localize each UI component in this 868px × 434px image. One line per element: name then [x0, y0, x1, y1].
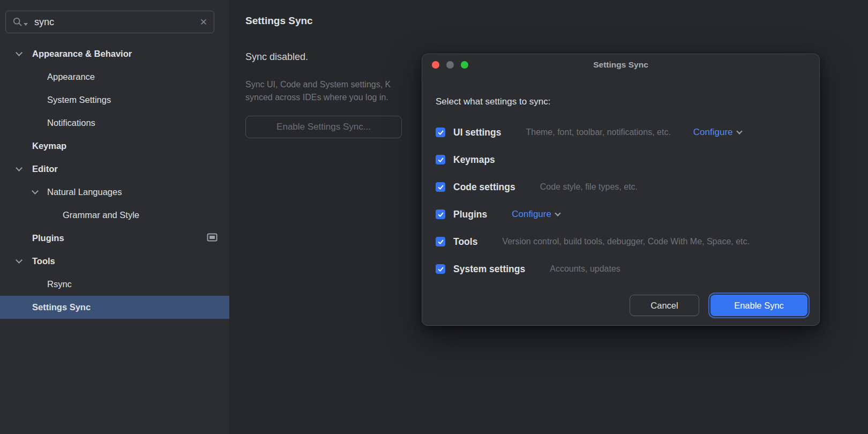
sidebar-item-system-settings[interactable]: System Settings [0, 88, 229, 111]
dialog-button-bar: Cancel Enable Sync [630, 295, 807, 316]
sidebar-item-grammar-and-style[interactable]: Grammar and Style [0, 204, 229, 227]
settings-sync-dialog: Settings Sync Select what settings to sy… [422, 54, 820, 326]
sidebar-item-label: Editor [32, 164, 58, 174]
cancel-button[interactable]: Cancel [630, 295, 699, 316]
chevron-down-icon[interactable] [16, 164, 23, 171]
chevron-down-icon[interactable] [32, 188, 39, 194]
checkbox-checked[interactable] [436, 128, 445, 137]
sync-option-system-settings: System settings Accounts, updates [436, 261, 810, 276]
search-input[interactable] [34, 17, 200, 28]
configure-link-label: Configure [693, 127, 733, 138]
sidebar-item-editor[interactable]: Editor [0, 158, 229, 181]
sync-options-list: UI settings Theme, font, toolbar, notifi… [436, 125, 810, 289]
chevron-down-icon[interactable] [16, 257, 23, 264]
checkbox-checked[interactable] [436, 237, 445, 246]
sidebar-item-label: Appearance [47, 72, 95, 82]
sidebar-item-natural-languages[interactable]: Natural Languages [0, 181, 229, 204]
page-title: Settings Sync [245, 15, 313, 27]
close-window-button[interactable] [432, 61, 439, 69]
settings-sidebar: ✕ Appearance & Behavior Appearance Syste… [0, 0, 230, 434]
zoom-window-button[interactable] [461, 61, 468, 69]
search-icon[interactable] [12, 17, 28, 27]
enable-settings-sync-button[interactable]: Enable Settings Sync... [245, 116, 402, 138]
option-description: Version control, build tools, debugger, … [502, 237, 750, 246]
sidebar-item-label: System Settings [47, 95, 111, 105]
clear-search-icon[interactable]: ✕ [200, 18, 207, 27]
chevron-down-icon [736, 128, 742, 134]
sidebar-item-appearance[interactable]: Appearance [0, 65, 229, 88]
option-description: Accounts, updates [550, 264, 620, 274]
sync-status-text: Sync disabled. [245, 51, 308, 63]
sidebar-item-label: Plugins [32, 233, 64, 243]
chevron-down-icon[interactable] [16, 49, 23, 56]
settings-tree: Appearance & Behavior Appearance System … [0, 42, 229, 319]
checkbox-checked[interactable] [436, 155, 445, 164]
sync-option-plugins: Plugins Configure [436, 207, 810, 222]
option-label: UI settings [453, 127, 501, 138]
checkbox-checked[interactable] [436, 264, 445, 274]
sidebar-item-label: Settings Sync [32, 302, 91, 312]
option-label: System settings [453, 264, 525, 275]
sidebar-item-rsync[interactable]: Rsync [0, 273, 229, 296]
dialog-titlebar: Settings Sync [422, 54, 819, 76]
sidebar-item-notifications[interactable]: Notifications [0, 111, 229, 134]
sync-option-keymaps: Keymaps [436, 152, 810, 167]
sidebar-item-label: Keymap [32, 141, 66, 151]
settings-window: ✕ Appearance & Behavior Appearance Syste… [0, 0, 868, 434]
dialog-title: Settings Sync [593, 60, 648, 70]
option-description: Code style, file types, etc. [540, 182, 638, 192]
sidebar-item-label: Rsync [47, 279, 72, 289]
sidebar-item-label: Notifications [47, 118, 95, 128]
sidebar-item-plugins[interactable]: Plugins [0, 227, 229, 250]
configure-link-label: Configure [512, 209, 551, 220]
option-label: Tools [453, 236, 477, 248]
window-icon [207, 233, 218, 242]
configure-plugins-link[interactable]: Configure [512, 209, 560, 220]
sync-description-line2: synced across IDEs where you log in. [245, 93, 388, 102]
checkbox-checked[interactable] [436, 182, 445, 192]
option-description: Theme, font, toolbar, notifications, etc… [526, 128, 670, 137]
sync-description-line1: Sync UI, Code and System settings, K [245, 80, 391, 89]
chevron-down-icon [555, 210, 560, 216]
sidebar-item-settings-sync[interactable]: Settings Sync [0, 296, 229, 319]
sidebar-item-label: Grammar and Style [63, 210, 139, 220]
sync-option-tools: Tools Version control, build tools, debu… [436, 234, 810, 249]
enable-sync-button[interactable]: Enable Sync [710, 295, 807, 316]
sidebar-item-label: Appearance & Behavior [32, 49, 132, 59]
option-label: Code settings [453, 182, 515, 193]
checkbox-checked[interactable] [436, 209, 445, 219]
configure-ui-settings-link[interactable]: Configure [693, 127, 742, 138]
search-options-arrow-icon [24, 23, 28, 26]
sync-option-ui-settings: UI settings Theme, font, toolbar, notifi… [436, 125, 810, 140]
sidebar-item-label: Tools [32, 256, 55, 266]
sync-option-code-settings: Code settings Code style, file types, et… [436, 179, 810, 194]
search-box[interactable]: ✕ [5, 11, 214, 33]
sidebar-item-tools[interactable]: Tools [0, 250, 229, 273]
sidebar-item-keymap[interactable]: Keymap [0, 134, 229, 158]
sidebar-item-appearance-behavior[interactable]: Appearance & Behavior [0, 42, 229, 65]
dialog-prompt: Select what settings to sync: [436, 96, 551, 107]
traffic-lights [432, 54, 468, 76]
minimize-window-button[interactable] [446, 61, 454, 69]
sidebar-item-label: Natural Languages [47, 187, 122, 197]
option-label: Keymaps [453, 154, 495, 166]
option-label: Plugins [453, 209, 487, 220]
